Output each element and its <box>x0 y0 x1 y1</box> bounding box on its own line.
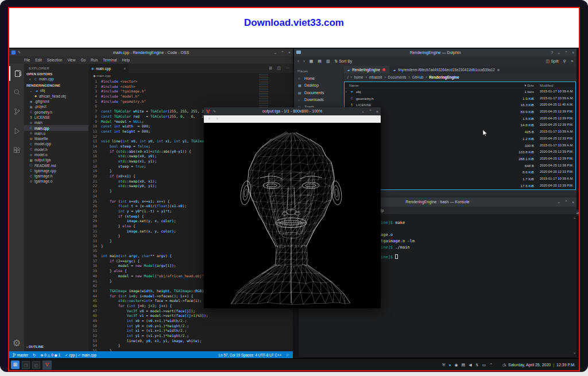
digital-clock[interactable]: ◷ Saturday, April 25, 2020 | 12:39 P.M. <box>502 359 575 370</box>
show-desktop-icon[interactable]: ◱ <box>32 361 40 369</box>
extensions-icon[interactable] <box>9 143 24 158</box>
back-icon[interactable]: ‹ <box>297 59 299 63</box>
menu-run[interactable]: Run <box>91 58 98 62</box>
menu-edit[interactable]: Edit <box>35 58 41 62</box>
branch-indicator[interactable]: master <box>13 353 28 357</box>
close-icon[interactable]: × <box>572 51 574 55</box>
column-modified[interactable]: Modified <box>540 83 553 87</box>
minimize-icon[interactable]: ⌄ <box>557 200 560 204</box>
open-editors-section[interactable]: OPEN EDITORS <box>24 70 88 76</box>
icons-view-icon[interactable]: ▦ <box>310 59 314 64</box>
maximize-icon[interactable]: ⌃ <box>564 51 568 55</box>
close-editor-icon[interactable]: × <box>28 77 32 81</box>
clipboard-tray-icon[interactable]: ▤ <box>462 363 466 367</box>
place-downloads[interactable]: ↓Downloads <box>294 96 343 104</box>
dolphin-titlebar[interactable]: RenderingEngine — Dolphin ? ⌄ ⌃ × <box>294 49 577 56</box>
task-viewer[interactable]: V <box>42 361 52 370</box>
hamburger-menu-icon[interactable]: ≡ <box>571 59 573 63</box>
problems-indicator[interactable]: ⊗ 0 △ 0 ◉ 1 <box>40 353 60 357</box>
crumb-mbassili[interactable]: mbassili <box>369 75 382 79</box>
minimize-icon[interactable]: ⌄ <box>273 51 277 55</box>
close-icon[interactable]: × <box>572 200 574 204</box>
status-tray-icon[interactable]: ⛨ <box>442 363 445 367</box>
forward-icon[interactable]: › <box>303 59 304 63</box>
tree-item-obj[interactable]: ⌄▰obj <box>24 88 88 93</box>
scroll-down-icon[interactable]: ▾ <box>574 351 575 355</box>
minimize-icon[interactable]: ⌄ <box>361 109 365 114</box>
status-right-items[interactable]: Ln 57, Col 19 Spaces: 4 UTF-8 LF C++ <box>219 353 282 357</box>
minimize-icon[interactable]: ⌄ <box>557 51 560 55</box>
tree-item-african_head.obj[interactable]: ◆african_head.obj <box>24 94 88 99</box>
open-editor-item[interactable]: × C main.cpp <box>24 76 88 82</box>
tree-item-.gitignore[interactable]: ◈.gitignore <box>24 99 88 104</box>
maximize-icon[interactable]: ⌃ <box>564 200 568 204</box>
crumb-Documents[interactable]: Documents <box>388 75 407 79</box>
pager-desktop-1[interactable]: ❐ <box>22 361 30 369</box>
tree-item-main.o[interactable]: ⚙main.o <box>24 131 88 136</box>
terminal-scrollbar[interactable]: ▴ ▾ <box>572 216 575 355</box>
crumb-GitHub[interactable]: GitHub <box>412 75 424 79</box>
split-button[interactable]: ◫ Split <box>546 59 559 64</box>
menu-go[interactable]: Go <box>80 58 86 62</box>
details-view-icon[interactable]: ▥ <box>326 59 330 64</box>
maximize-icon[interactable]: ⌃ <box>369 109 372 114</box>
place-documents[interactable]: ▤Documents <box>294 89 343 96</box>
tree-item-main[interactable]: ⚙main <box>24 120 88 125</box>
file-row-obj[interactable]: ›▰obj1 item2015-01-17 10:39 A.M. <box>345 88 575 95</box>
run-debug-icon[interactable] <box>9 123 24 138</box>
rendered-image[interactable] <box>204 123 381 308</box>
split-editor-icon[interactable]: ⊞ <box>269 66 273 71</box>
more-actions-icon[interactable]: ⋯ <box>285 66 289 71</box>
project-section[interactable]: RENDERINGENGINE <box>24 82 88 88</box>
tree-item-tgaimage.h[interactable]: Ctgaimage.h <box>24 173 88 179</box>
help-icon[interactable]: ? <box>551 51 553 55</box>
source-control-icon[interactable] <box>9 104 24 119</box>
prev-image-icon[interactable]: ‹ <box>208 116 210 121</box>
close-icon[interactable]: × <box>288 51 291 55</box>
tree-item-.project[interactable]: ▣.project <box>24 104 88 109</box>
file-row-geometry.h[interactable]: Cgeometry.h1.9 KiB2015-01-17 10:39 A.M. <box>345 95 575 102</box>
column-size[interactable]: ▾ Size <box>524 83 534 87</box>
layout-icon[interactable]: ◫ <box>277 66 281 71</box>
tree-item-model.h[interactable]: Cmodel.h <box>24 147 88 152</box>
vscode-titlebar[interactable]: ✎ main.cpp - RenderingEngine - Code - OS… <box>9 49 293 56</box>
settings-gear-icon[interactable]: ⚙ <box>9 335 24 350</box>
close-icon[interactable]: × <box>376 110 378 114</box>
expander-tray-icon[interactable]: ⌃ <box>489 363 493 367</box>
banner-link[interactable]: Download.viet33.com <box>244 17 344 29</box>
scroll-up-icon[interactable]: ▴ <box>574 216 575 219</box>
menu-file[interactable]: File <box>24 58 30 62</box>
settings-tray-icon[interactable]: ◉ <box>455 363 458 367</box>
search-icon[interactable]: ⚲ <box>563 59 566 64</box>
menu-selection[interactable]: Selection <box>47 58 63 62</box>
volume-tray-icon[interactable]: ◀ <box>469 363 471 367</box>
dolphin-tab-2[interactable]: ▰tinyrenderer-f6fecb7ad493264ecd15e23041… <box>389 66 504 73</box>
tree-item-output.tga[interactable]: ▦output.tga <box>24 157 88 162</box>
bluetooth-tray-icon[interactable]: ● <box>448 363 451 367</box>
compact-view-icon[interactable]: ▤ <box>318 59 322 64</box>
tree-item-main.cpp[interactable]: Cmain.cpp <box>24 125 88 130</box>
place-desktop[interactable]: ▦Desktop <box>294 82 343 90</box>
tree-item-LICENSE[interactable]: §LICENSE <box>24 115 88 120</box>
menu-help[interactable]: Help <box>122 58 130 62</box>
tree-item-Makefile[interactable]: MMakefile <box>24 136 88 141</box>
search-icon[interactable] <box>9 84 24 99</box>
outline-section[interactable]: › OUTLINE <box>24 345 88 348</box>
tree-item-model.o[interactable]: ⚙model.o <box>24 152 88 157</box>
notifications-bell-icon[interactable]: ⚐ <box>286 353 289 357</box>
network-tray-icon[interactable]: ↯ <box>475 363 479 367</box>
dolphin-tab-1[interactable]: ▰RenderingEngine <box>343 66 389 73</box>
dolphin-breadcrumb[interactable]: /›home›mbassili›Documents›GitHub›Renderi… <box>343 73 577 81</box>
tree-item-tgaimage.cpp[interactable]: Ctgaimage.cpp <box>24 168 88 173</box>
crumb-root[interactable]: / <box>347 75 349 79</box>
place-home[interactable]: ⌂Home <box>294 75 343 82</box>
crumb-RenderingEngine[interactable]: RenderingEngine <box>429 75 459 79</box>
next-image-icon[interactable]: › <box>216 116 218 121</box>
viewer-titlebar[interactable]: V ✎ output.tga - 1/1 - 800x800 - 100% ⌄ … <box>204 107 381 115</box>
explorer-icon[interactable] <box>9 66 24 81</box>
tree-item-README.md[interactable]: ⓘREADME.md <box>24 162 88 168</box>
tree-item-geometry.h[interactable]: Cgeometry.h <box>24 109 88 114</box>
maximize-icon[interactable]: ⌃ <box>281 51 284 55</box>
sync-icon[interactable]: ↻ <box>33 353 36 357</box>
tab-main-cpp[interactable]: ◉ main.cpp × <box>88 64 129 73</box>
